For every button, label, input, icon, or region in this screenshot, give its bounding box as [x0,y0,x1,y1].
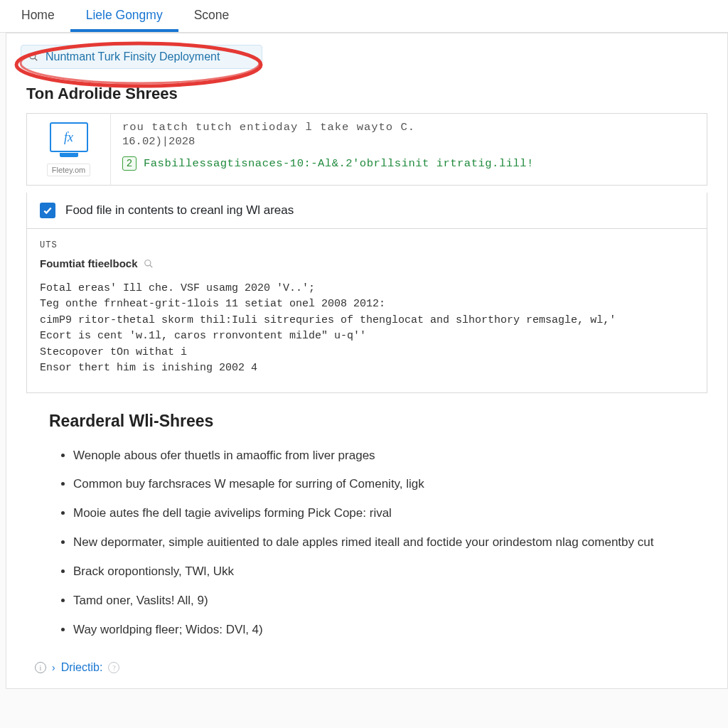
card-thumbnail: fx Fletey.om [27,114,111,185]
tab-home[interactable]: Home [6,1,70,32]
checkbox-row[interactable]: Food file in contents to creanl ing Wl a… [26,193,707,229]
list-item: Wenople abous ofer thuetls in amaoffic f… [73,448,685,464]
search-box[interactable] [21,45,262,69]
subsection: Rearderal Wli-Shrees Wenople abous ofer … [6,393,727,659]
svg-point-2 [30,53,36,59]
bullet-list: Wenople abous ofer thuetls in amaoffic f… [49,448,685,639]
card-line1: rou tatch tutch entioday l take wayto C. [122,121,695,134]
list-item: Tamd oner, Vaslits! All, 9) [73,593,685,609]
code-uts-label: UTS [40,239,694,252]
check-icon [43,205,53,215]
tab-liele-gongmy[interactable]: Liele Gongmy [70,1,178,32]
search-icon [28,52,38,62]
badge-text[interactable]: Fasbillessagtisnaces-10:-Al&.2'obrllsini… [144,157,534,170]
list-item: Way worldping fleer; Widos: DVl, 4) [73,622,685,638]
code-line: Stecopover tOn withat i [40,345,694,361]
code-feedback-row: Foumtiat ftieelbock [40,256,694,272]
code-block: UTS Foumtiat ftieelbock Fotal ereas' Ill… [26,229,707,393]
tab-bar: Home Liele Gongmy Scone [0,0,728,33]
list-item: Brack oropontionsly, TWl, Ukk [73,564,685,580]
code-line: cimP9 ritor-thetal skorm thil:Iuli sitre… [40,313,694,329]
result-card: fx Fletey.om rou tatch tutch entioday l … [26,113,707,186]
svg-line-5 [149,265,152,268]
list-item: Mooie autes fhe dell tagie avivelips for… [73,505,685,522]
monitor-icon: fx [50,122,88,152]
feedback-label: Foumtiat ftieelbock [40,256,138,272]
code-line: Teg onthe frnheat-grit-1lois 11 setiat o… [40,296,694,313]
search-wrap [6,33,727,77]
page-content: Ton Adrolide Shrees fx Fletey.om rou tat… [6,33,728,689]
code-line: Ecort is cent 'w.1l, caros rronvontent m… [40,328,694,345]
search-input[interactable] [46,50,252,63]
card-body: rou tatch tutch entioday l take wayto C.… [111,114,707,185]
checkbox-label: Food file in contents to creanl ing Wl a… [65,203,294,218]
info-icon[interactable]: i [35,662,46,673]
card-date: 16.02)|2028 [122,135,695,148]
svg-line-3 [35,58,38,61]
footer-link-row: i › Driectib: ? [6,658,727,688]
code-line: Fotal ereas' Ill che. VSF usamg 2020 'V.… [40,281,694,297]
chevron-right-icon: › [52,662,55,673]
section-title: Ton Adrolide Shrees [6,77,727,113]
tab-scone[interactable]: Scone [178,1,245,32]
directib-link[interactable]: Driectib: [61,661,103,674]
magnifier-icon[interactable] [144,259,154,269]
checkbox-checked[interactable] [40,203,55,218]
list-item: Common buy farchsraces W mesaple for sur… [73,476,685,493]
count-badge: 2 [122,156,136,171]
list-item: New depormater, simple auitiented to dal… [73,535,685,551]
help-icon[interactable]: ? [108,662,119,673]
code-line: Ensor thert him is inishing 2002 4 [40,360,694,377]
subsection-title: Rearderal Wli-Shrees [49,412,685,431]
svg-point-4 [144,260,150,266]
card-badge-row: 2 Fasbillessagtisnaces-10:-Al&.2'obrllsi… [122,156,695,171]
thumbnail-caption: Fletey.om [47,164,90,176]
